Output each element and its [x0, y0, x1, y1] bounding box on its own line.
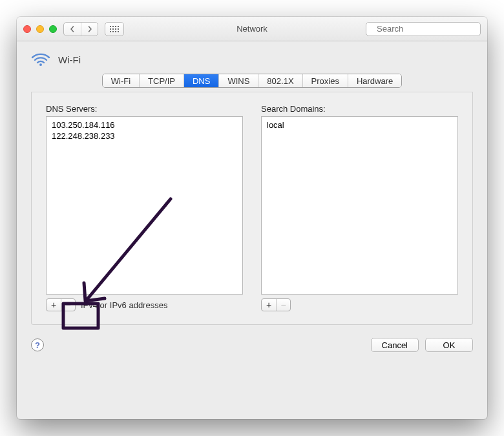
- tab-tcpip[interactable]: TCP/IP: [139, 74, 184, 87]
- forward-button[interactable]: [81, 23, 98, 36]
- chevron-right-icon: [87, 26, 93, 32]
- tab-wifi[interactable]: Wi-Fi: [103, 74, 139, 87]
- tab-wins[interactable]: WINS: [218, 74, 258, 87]
- tab-8021x[interactable]: 802.1X: [258, 74, 302, 87]
- search-domain-add-button[interactable]: +: [262, 299, 276, 311]
- minimize-window-button[interactable]: [36, 25, 44, 33]
- svg-rect-2: [115, 26, 116, 27]
- dns-servers-pm: + −: [46, 298, 76, 311]
- show-all-button[interactable]: [105, 22, 124, 36]
- dns-servers-label: DNS Servers:: [46, 104, 243, 114]
- dns-servers-column: DNS Servers: 103.250.184.116122.248.238.…: [46, 104, 243, 311]
- tab-hardware[interactable]: Hardware: [348, 74, 401, 87]
- cancel-button[interactable]: Cancel: [371, 338, 419, 352]
- tab-dns[interactable]: DNS: [184, 74, 218, 87]
- tab-proxies[interactable]: Proxies: [302, 74, 348, 87]
- grid-icon: [110, 26, 119, 32]
- help-button[interactable]: ?: [31, 338, 44, 351]
- svg-rect-0: [110, 26, 111, 27]
- tab-bar: Wi-FiTCP/IPDNSWINS802.1XProxiesHardware: [17, 74, 487, 88]
- window-controls: [23, 25, 57, 33]
- svg-rect-4: [110, 28, 111, 30]
- sheet-header: Wi-Fi: [17, 41, 487, 72]
- titlebar: Network: [17, 17, 487, 41]
- ok-button[interactable]: OK: [425, 338, 473, 352]
- nav-back-forward: [63, 22, 98, 36]
- dns-remove-button[interactable]: −: [61, 299, 75, 311]
- search-field[interactable]: [366, 22, 481, 36]
- search-domains-list[interactable]: local: [261, 116, 458, 295]
- svg-rect-10: [115, 31, 116, 32]
- svg-rect-11: [118, 31, 119, 32]
- svg-rect-7: [118, 28, 119, 30]
- wifi-icon: [31, 52, 50, 67]
- search-domains-label: Search Domains:: [261, 104, 458, 114]
- svg-rect-1: [112, 26, 114, 27]
- svg-rect-9: [112, 31, 114, 32]
- svg-rect-3: [118, 26, 119, 27]
- search-domains-pm: + −: [261, 298, 291, 311]
- chevron-left-icon: [69, 26, 76, 32]
- search-domain-item[interactable]: local: [262, 119, 457, 130]
- search-domain-remove-button[interactable]: −: [276, 299, 290, 311]
- search-domains-column: Search Domains: local + −: [261, 104, 458, 311]
- dns-panel: DNS Servers: 103.250.184.116122.248.238.…: [31, 92, 473, 325]
- svg-rect-5: [112, 28, 114, 30]
- dns-servers-list[interactable]: 103.250.184.116122.248.238.233: [46, 116, 243, 295]
- dns-server-item[interactable]: 103.250.184.116: [47, 119, 242, 130]
- back-button[interactable]: [64, 23, 81, 36]
- zoom-window-button[interactable]: [49, 25, 57, 33]
- svg-point-14: [39, 63, 42, 66]
- dns-add-button[interactable]: +: [47, 299, 61, 311]
- close-window-button[interactable]: [23, 25, 31, 33]
- sheet-footer: ? Cancel OK: [17, 325, 487, 364]
- svg-rect-6: [115, 28, 116, 30]
- dns-hint: IPv4 or IPv6 addresses: [81, 300, 167, 310]
- network-advanced-window: Network Wi-Fi Wi-FiTCP/IPDNSWINS802.1XPr…: [17, 17, 487, 419]
- dns-server-item[interactable]: 122.248.238.233: [47, 130, 242, 141]
- svg-rect-8: [110, 31, 111, 32]
- interface-name: Wi-Fi: [58, 54, 81, 65]
- search-input[interactable]: [375, 23, 487, 34]
